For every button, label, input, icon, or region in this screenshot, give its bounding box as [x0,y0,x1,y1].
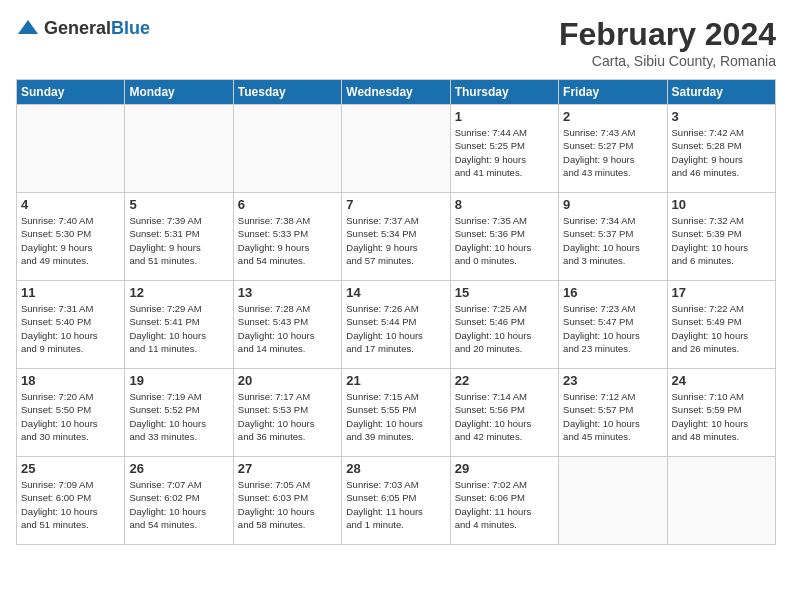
calendar-cell: 26Sunrise: 7:07 AM Sunset: 6:02 PM Dayli… [125,457,233,545]
calendar-cell: 18Sunrise: 7:20 AM Sunset: 5:50 PM Dayli… [17,369,125,457]
calendar-cell: 28Sunrise: 7:03 AM Sunset: 6:05 PM Dayli… [342,457,450,545]
day-info: Sunrise: 7:35 AM Sunset: 5:36 PM Dayligh… [455,214,554,267]
day-info: Sunrise: 7:14 AM Sunset: 5:56 PM Dayligh… [455,390,554,443]
calendar-cell: 7Sunrise: 7:37 AM Sunset: 5:34 PM Daylig… [342,193,450,281]
calendar-header-sunday: Sunday [17,80,125,105]
calendar-cell: 13Sunrise: 7:28 AM Sunset: 5:43 PM Dayli… [233,281,341,369]
calendar-header-tuesday: Tuesday [233,80,341,105]
calendar-cell: 27Sunrise: 7:05 AM Sunset: 6:03 PM Dayli… [233,457,341,545]
calendar-cell: 19Sunrise: 7:19 AM Sunset: 5:52 PM Dayli… [125,369,233,457]
day-number: 1 [455,109,554,124]
calendar-week-1: 1Sunrise: 7:44 AM Sunset: 5:25 PM Daylig… [17,105,776,193]
day-number: 9 [563,197,662,212]
calendar-table: SundayMondayTuesdayWednesdayThursdayFrid… [16,79,776,545]
day-number: 23 [563,373,662,388]
calendar-week-4: 18Sunrise: 7:20 AM Sunset: 5:50 PM Dayli… [17,369,776,457]
day-info: Sunrise: 7:03 AM Sunset: 6:05 PM Dayligh… [346,478,445,531]
logo: GeneralBlue [16,16,150,40]
calendar-cell: 12Sunrise: 7:29 AM Sunset: 5:41 PM Dayli… [125,281,233,369]
calendar-cell [233,105,341,193]
day-number: 13 [238,285,337,300]
day-number: 2 [563,109,662,124]
calendar-cell: 4Sunrise: 7:40 AM Sunset: 5:30 PM Daylig… [17,193,125,281]
calendar-cell: 20Sunrise: 7:17 AM Sunset: 5:53 PM Dayli… [233,369,341,457]
day-number: 22 [455,373,554,388]
calendar-cell: 1Sunrise: 7:44 AM Sunset: 5:25 PM Daylig… [450,105,558,193]
calendar-header-thursday: Thursday [450,80,558,105]
day-number: 10 [672,197,771,212]
calendar-cell: 11Sunrise: 7:31 AM Sunset: 5:40 PM Dayli… [17,281,125,369]
day-info: Sunrise: 7:44 AM Sunset: 5:25 PM Dayligh… [455,126,554,179]
day-info: Sunrise: 7:38 AM Sunset: 5:33 PM Dayligh… [238,214,337,267]
day-info: Sunrise: 7:07 AM Sunset: 6:02 PM Dayligh… [129,478,228,531]
day-info: Sunrise: 7:02 AM Sunset: 6:06 PM Dayligh… [455,478,554,531]
day-info: Sunrise: 7:28 AM Sunset: 5:43 PM Dayligh… [238,302,337,355]
day-number: 16 [563,285,662,300]
calendar-header-wednesday: Wednesday [342,80,450,105]
calendar-cell: 17Sunrise: 7:22 AM Sunset: 5:49 PM Dayli… [667,281,775,369]
day-number: 24 [672,373,771,388]
day-info: Sunrise: 7:43 AM Sunset: 5:27 PM Dayligh… [563,126,662,179]
calendar-cell [667,457,775,545]
calendar-header-friday: Friday [559,80,667,105]
calendar-week-3: 11Sunrise: 7:31 AM Sunset: 5:40 PM Dayli… [17,281,776,369]
calendar-cell: 24Sunrise: 7:10 AM Sunset: 5:59 PM Dayli… [667,369,775,457]
day-info: Sunrise: 7:32 AM Sunset: 5:39 PM Dayligh… [672,214,771,267]
svg-marker-0 [18,20,38,34]
day-number: 18 [21,373,120,388]
day-info: Sunrise: 7:40 AM Sunset: 5:30 PM Dayligh… [21,214,120,267]
day-number: 26 [129,461,228,476]
calendar-week-5: 25Sunrise: 7:09 AM Sunset: 6:00 PM Dayli… [17,457,776,545]
day-info: Sunrise: 7:05 AM Sunset: 6:03 PM Dayligh… [238,478,337,531]
day-number: 3 [672,109,771,124]
calendar-cell: 25Sunrise: 7:09 AM Sunset: 6:00 PM Dayli… [17,457,125,545]
day-number: 6 [238,197,337,212]
day-number: 20 [238,373,337,388]
day-number: 25 [21,461,120,476]
day-info: Sunrise: 7:34 AM Sunset: 5:37 PM Dayligh… [563,214,662,267]
day-number: 29 [455,461,554,476]
day-number: 14 [346,285,445,300]
day-info: Sunrise: 7:42 AM Sunset: 5:28 PM Dayligh… [672,126,771,179]
calendar-header-monday: Monday [125,80,233,105]
subtitle: Carta, Sibiu County, Romania [559,53,776,69]
day-number: 12 [129,285,228,300]
calendar-week-2: 4Sunrise: 7:40 AM Sunset: 5:30 PM Daylig… [17,193,776,281]
day-number: 21 [346,373,445,388]
month-title: February 2024 [559,16,776,53]
day-info: Sunrise: 7:12 AM Sunset: 5:57 PM Dayligh… [563,390,662,443]
day-info: Sunrise: 7:37 AM Sunset: 5:34 PM Dayligh… [346,214,445,267]
calendar-cell: 6Sunrise: 7:38 AM Sunset: 5:33 PM Daylig… [233,193,341,281]
day-number: 15 [455,285,554,300]
calendar-cell: 22Sunrise: 7:14 AM Sunset: 5:56 PM Dayli… [450,369,558,457]
calendar-cell: 2Sunrise: 7:43 AM Sunset: 5:27 PM Daylig… [559,105,667,193]
calendar-cell [559,457,667,545]
day-info: Sunrise: 7:10 AM Sunset: 5:59 PM Dayligh… [672,390,771,443]
day-number: 11 [21,285,120,300]
calendar-header-saturday: Saturday [667,80,775,105]
calendar-cell [342,105,450,193]
calendar-cell: 3Sunrise: 7:42 AM Sunset: 5:28 PM Daylig… [667,105,775,193]
logo-icon [16,16,40,40]
day-number: 27 [238,461,337,476]
title-area: February 2024 Carta, Sibiu County, Roman… [559,16,776,69]
day-info: Sunrise: 7:26 AM Sunset: 5:44 PM Dayligh… [346,302,445,355]
day-info: Sunrise: 7:15 AM Sunset: 5:55 PM Dayligh… [346,390,445,443]
day-number: 4 [21,197,120,212]
logo-text-blue: Blue [111,18,150,38]
calendar-cell: 9Sunrise: 7:34 AM Sunset: 5:37 PM Daylig… [559,193,667,281]
calendar-cell: 15Sunrise: 7:25 AM Sunset: 5:46 PM Dayli… [450,281,558,369]
day-number: 8 [455,197,554,212]
calendar-cell: 29Sunrise: 7:02 AM Sunset: 6:06 PM Dayli… [450,457,558,545]
logo-text-general: General [44,18,111,38]
day-number: 17 [672,285,771,300]
day-info: Sunrise: 7:09 AM Sunset: 6:00 PM Dayligh… [21,478,120,531]
calendar-cell: 8Sunrise: 7:35 AM Sunset: 5:36 PM Daylig… [450,193,558,281]
day-info: Sunrise: 7:23 AM Sunset: 5:47 PM Dayligh… [563,302,662,355]
day-number: 28 [346,461,445,476]
calendar-header-row: SundayMondayTuesdayWednesdayThursdayFrid… [17,80,776,105]
calendar-cell: 5Sunrise: 7:39 AM Sunset: 5:31 PM Daylig… [125,193,233,281]
calendar-cell [17,105,125,193]
day-number: 5 [129,197,228,212]
day-info: Sunrise: 7:20 AM Sunset: 5:50 PM Dayligh… [21,390,120,443]
